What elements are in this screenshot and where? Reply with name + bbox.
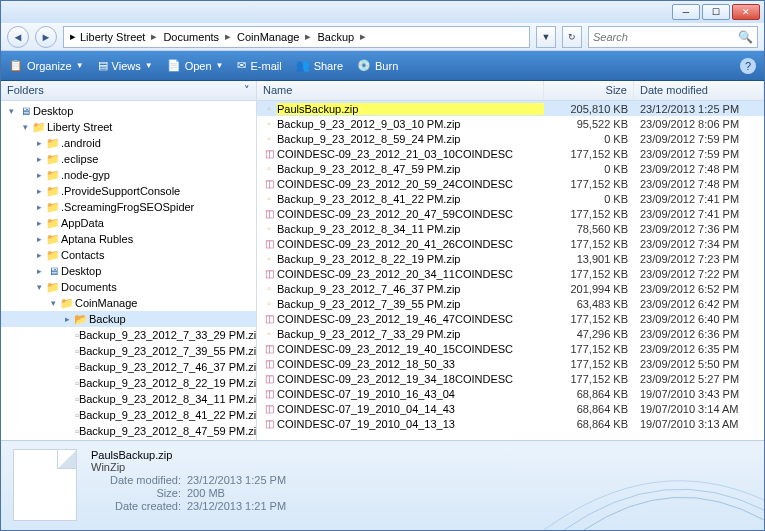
file-list[interactable]: ▫PaulsBackup.zip205,810 KB23/12/2013 1:2… [257,101,764,440]
search-input[interactable] [593,31,738,43]
tree-item[interactable]: ▾📁Documents [1,279,256,295]
expand-icon[interactable]: ▸ [33,234,45,244]
file-row[interactable]: ▫Backup_9_23_2012_8_47_59 PM.zip0 KB23/0… [257,161,764,176]
file-row[interactable]: ▫Backup_9_23_2012_9_03_10 PM.zip95,522 K… [257,116,764,131]
forward-button[interactable]: ► [35,26,57,48]
file-row[interactable]: ◫COINDESC-09_23_2012_18_50_33177,152 KB2… [257,356,764,371]
expand-icon[interactable]: ▾ [33,282,45,292]
file-date: 23/09/2012 7:48 PM [634,178,764,190]
expand-icon[interactable]: ▸ [33,138,45,148]
tree-item[interactable]: ▸📁AppData [1,215,256,231]
help-button[interactable]: ? [740,58,756,74]
tree-item[interactable]: ▸📁.ScreamingFrogSEOSpider [1,199,256,215]
tree-item[interactable]: ▫Backup_9_23_2012_8_47_59 PM.zip [1,423,256,439]
tree-item[interactable]: ▸📁Contacts [1,247,256,263]
file-row[interactable]: ▫Backup_9_23_2012_7_39_55 PM.zip63,483 K… [257,296,764,311]
search-box[interactable]: 🔍 [588,26,758,48]
tree-label: Documents [61,281,117,293]
folders-collapse[interactable]: ˅ [244,84,250,97]
tree-item[interactable]: ▾🖥Desktop [1,103,256,119]
close-button[interactable]: ✕ [732,4,760,20]
file-date: 23/09/2012 6:42 PM [634,298,764,310]
tree-item[interactable]: ▸🖥Desktop [1,263,256,279]
column-date[interactable]: Date modified [634,81,764,100]
tree-item[interactable]: ▫Backup_9_23_2012_8_41_22 PM.zip [1,407,256,423]
tree-item[interactable]: ▸📂Backup [1,311,256,327]
breadcrumb-root[interactable]: ▸ [68,30,78,43]
file-row[interactable]: ▫Backup_9_23_2012_8_34_11 PM.zip78,560 K… [257,221,764,236]
views-menu[interactable]: ▤Views▼ [98,59,153,72]
tree-item[interactable]: ▫Backup_9_23_2012_8_34_11 PM.zip [1,391,256,407]
email-button[interactable]: ✉E-mail [237,59,281,72]
file-row[interactable]: ◫COINDESC-09_23_2012_19_40_15COINDESC177… [257,341,764,356]
file-row[interactable]: ▫PaulsBackup.zip205,810 KB23/12/2013 1:2… [257,101,764,116]
expand-icon[interactable]: ▸ [33,154,45,164]
file-row[interactable]: ◫COINDESC-07_19_2010_04_14_4368,864 KB19… [257,401,764,416]
tree-item[interactable]: ▸📁.ProvideSupportConsole [1,183,256,199]
file-row[interactable]: ◫COINDESC-09_23_2012_20_41_26COINDESC177… [257,236,764,251]
address-dropdown[interactable]: ▼ [536,26,556,48]
search-icon[interactable]: 🔍 [738,30,753,44]
back-button[interactable]: ◄ [7,26,29,48]
breadcrumb-seg-1[interactable]: Documents [161,31,221,43]
expand-icon[interactable]: ▸ [33,218,45,228]
tree-item[interactable]: ▸📁Aptana Rubles [1,231,256,247]
folder-icon: 📁 [31,120,47,134]
zip-icon: ▫ [261,133,277,144]
file-row[interactable]: ▫Backup_9_23_2012_8_41_22 PM.zip0 KB23/0… [257,191,764,206]
expand-icon[interactable]: ▸ [61,314,73,324]
expand-icon[interactable]: ▸ [33,266,45,276]
column-size[interactable]: Size [544,81,634,100]
tree-item[interactable]: ▫Backup_9_23_2012_7_33_29 PM.zip [1,327,256,343]
tree-item[interactable]: ▸📁.android [1,135,256,151]
file-row[interactable]: ◫COINDESC-09_23_2012_19_34_18COINDESC177… [257,371,764,386]
expand-icon[interactable]: ▸ [33,186,45,196]
minimize-button[interactable]: ─ [672,4,700,20]
file-row[interactable]: ◫COINDESC-09_23_2012_20_34_11COINDESC177… [257,266,764,281]
tree-item[interactable]: ▾📁Liberty Street [1,119,256,135]
file-row[interactable]: ◫COINDESC-07_19_2010_16_43_0468,864 KB19… [257,386,764,401]
file-row[interactable]: ▫Backup_9_23_2012_7_33_29 PM.zip47,296 K… [257,326,764,341]
breadcrumb-seg-3[interactable]: Backup [315,31,356,43]
file-name: Backup_9_23_2012_7_46_37 PM.zip [277,283,544,295]
tree-item[interactable]: ▸📁.node-gyp [1,167,256,183]
tree-item[interactable]: ▸📁.eclipse [1,151,256,167]
expand-icon[interactable]: ▸ [33,202,45,212]
tree-item[interactable]: ▫Backup_9_23_2012_7_46_37 PM.zip [1,359,256,375]
share-button[interactable]: 👥Share [296,59,343,72]
file-size: 177,152 KB [544,343,634,355]
file-row[interactable]: ▫Backup_9_23_2012_8_59_24 PM.zip0 KB23/0… [257,131,764,146]
file-row[interactable]: ◫COINDESC-09_23_2012_20_59_24COINDESC177… [257,176,764,191]
file-row[interactable]: ▫Backup_9_23_2012_7_46_37 PM.zip201,994 … [257,281,764,296]
expand-icon[interactable]: ▾ [5,106,17,116]
file-date: 23/09/2012 5:50 PM [634,358,764,370]
expand-icon[interactable]: ▾ [19,122,31,132]
maximize-button[interactable]: ☐ [702,4,730,20]
organize-menu[interactable]: 📋Organize▼ [9,59,84,72]
open-menu[interactable]: 📄Open▼ [167,59,224,72]
file-row[interactable]: ▫Backup_9_23_2012_8_22_19 PM.zip13,901 K… [257,251,764,266]
tree-item[interactable]: ▫Backup_9_23_2012_8_22_19 PM.zip [1,375,256,391]
column-name[interactable]: Name [257,81,544,100]
burn-button[interactable]: 💿Burn [357,59,398,72]
tree-item[interactable]: ▫Backup_9_23_2012_7_39_55 PM.zip [1,343,256,359]
breadcrumb-seg-0[interactable]: Liberty Street [78,31,147,43]
file-name: Backup_9_23_2012_8_34_11 PM.zip [277,223,544,235]
file-row[interactable]: ◫COINDESC-09_23_2012_19_46_47COINDESC177… [257,311,764,326]
file-name: PaulsBackup.zip [277,103,544,115]
folder-tree[interactable]: ▾🖥Desktop▾📁Liberty Street▸📁.android▸📁.ec… [1,101,256,440]
expand-icon[interactable]: ▸ [33,250,45,260]
file-name: COINDESC-09_23_2012_20_59_24COINDESC [277,178,544,190]
expand-icon[interactable]: ▾ [47,298,59,308]
refresh-button[interactable]: ↻ [562,26,582,48]
expand-icon[interactable]: ▸ [33,170,45,180]
file-date: 23/09/2012 7:34 PM [634,238,764,250]
zip-icon: ▫ [261,193,277,204]
folder-open-icon: 📂 [73,312,89,326]
address-bar[interactable]: ▸ Liberty Street▸ Documents▸ CoinManage▸… [63,26,530,48]
file-row[interactable]: ◫COINDESC-07_19_2010_04_13_1368,864 KB19… [257,416,764,431]
file-row[interactable]: ◫COINDESC-09_23_2012_21_03_10COINDESC177… [257,146,764,161]
breadcrumb-seg-2[interactable]: CoinManage [235,31,301,43]
tree-item[interactable]: ▾📁CoinManage [1,295,256,311]
file-row[interactable]: ◫COINDESC-09_23_2012_20_47_59COINDESC177… [257,206,764,221]
